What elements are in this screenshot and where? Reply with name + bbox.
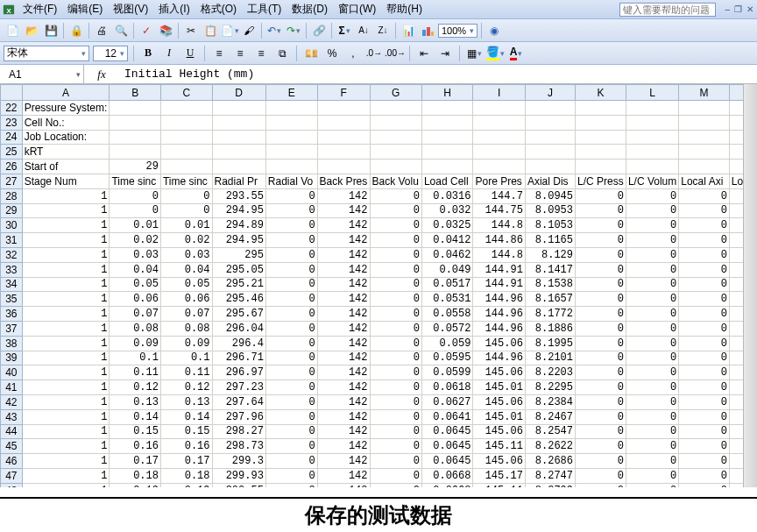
cell[interactable] [212, 101, 265, 116]
cell[interactable] [421, 160, 473, 174]
row-header[interactable]: 31 [1, 233, 23, 248]
cell[interactable] [370, 145, 421, 160]
font-name-combo[interactable]: 宋体▾ [4, 46, 89, 61]
cell[interactable]: 0.0645 [421, 439, 473, 454]
cell[interactable]: 0 [626, 424, 678, 439]
cell[interactable]: 0 [370, 277, 421, 292]
cell[interactable]: 0.07 [110, 307, 161, 322]
cell[interactable]: 0.0316 [421, 188, 473, 203]
cell[interactable]: 142 [317, 277, 370, 292]
cell[interactable]: 0 [576, 203, 626, 218]
paste-icon[interactable]: 📄▾ [221, 22, 238, 39]
cell[interactable]: 1 [22, 277, 110, 292]
cell[interactable]: 0 [576, 439, 626, 454]
cell[interactable]: 0.19 [110, 483, 161, 487]
cell[interactable]: 0 [679, 188, 730, 203]
cell[interactable]: 295.67 [212, 307, 265, 322]
cell[interactable]: 0 [576, 292, 626, 307]
row-header[interactable]: 29 [1, 203, 23, 218]
cell[interactable]: 0 [576, 409, 626, 424]
cell[interactable]: Cell No.: [22, 115, 110, 130]
cell[interactable]: 0 [370, 247, 421, 262]
cell[interactable]: 0 [626, 292, 678, 307]
align-center-icon[interactable]: ≡ [231, 45, 249, 62]
col-header[interactable]: A [22, 85, 110, 101]
menu-window[interactable]: 窗口(W) [333, 2, 381, 17]
cell[interactable]: 144.96 [473, 351, 525, 365]
cell[interactable] [525, 101, 575, 116]
cell[interactable]: 294.95 [212, 203, 265, 218]
cell[interactable]: 0.0558 [421, 307, 473, 322]
cell[interactable] [370, 130, 421, 145]
cell[interactable]: 0 [265, 483, 317, 487]
cell[interactable]: 144.75 [473, 203, 525, 218]
cell[interactable]: Time sinc [160, 174, 212, 188]
cell[interactable]: 0 [265, 277, 317, 292]
cell[interactable]: 0.12 [110, 380, 161, 395]
cell[interactable]: 0 [576, 218, 626, 233]
decrease-decimal-icon[interactable]: .00→ [386, 45, 404, 62]
menu-file[interactable]: 文件(F) [18, 2, 62, 17]
cell[interactable]: 0 [265, 203, 317, 218]
cell[interactable]: 0.08 [160, 321, 212, 336]
cell[interactable]: 0.15 [160, 424, 212, 439]
cell[interactable] [525, 145, 575, 160]
cell[interactable]: 0.14 [160, 409, 212, 424]
permission-icon[interactable]: 🔒 [67, 22, 85, 39]
cell[interactable]: 142 [317, 424, 370, 439]
cell[interactable]: 8.2203 [525, 365, 575, 380]
cell[interactable]: 0 [679, 483, 730, 487]
cell[interactable] [421, 115, 473, 130]
row-header[interactable]: 33 [1, 262, 23, 277]
cell[interactable]: 0 [576, 277, 626, 292]
cell[interactable]: 1 [22, 394, 110, 409]
cell[interactable] [576, 145, 626, 160]
cell[interactable] [679, 145, 730, 160]
cell[interactable] [626, 115, 678, 130]
cell[interactable]: 0 [110, 203, 161, 218]
cell[interactable]: Pressure System: [22, 101, 110, 116]
cell[interactable]: 0.13 [160, 394, 212, 409]
cell[interactable]: 0.02 [110, 233, 161, 248]
cell[interactable]: 0 [626, 188, 678, 203]
cell[interactable]: 294.95 [212, 233, 265, 248]
cell[interactable]: 0.1 [160, 351, 212, 365]
cell[interactable] [473, 160, 525, 174]
cell[interactable]: 0.0595 [421, 351, 473, 365]
cell[interactable]: 0 [626, 380, 678, 395]
cell[interactable]: 0 [576, 380, 626, 395]
cell[interactable]: 8.1995 [525, 336, 575, 351]
cell[interactable]: 8.1053 [525, 218, 575, 233]
cell[interactable]: 0.0627 [421, 394, 473, 409]
cell[interactable] [212, 160, 265, 174]
cell[interactable]: 296.97 [212, 365, 265, 380]
cell[interactable]: 142 [317, 380, 370, 395]
cell[interactable] [317, 145, 370, 160]
cell[interactable]: 0 [265, 321, 317, 336]
col-header[interactable]: L [626, 85, 678, 101]
merge-center-icon[interactable]: ⧉ [273, 45, 291, 62]
cell[interactable]: 0 [626, 394, 678, 409]
cell[interactable] [473, 115, 525, 130]
cell[interactable]: 8.2547 [525, 424, 575, 439]
cell[interactable]: 1 [22, 262, 110, 277]
col-header[interactable]: F [317, 85, 370, 101]
cell[interactable]: 1 [22, 424, 110, 439]
cell[interactable]: 142 [317, 365, 370, 380]
row-header[interactable]: 26 [1, 160, 23, 174]
row-header[interactable]: 41 [1, 380, 23, 395]
cell[interactable]: L/C Press [576, 174, 626, 188]
cell[interactable]: 1 [22, 247, 110, 262]
cell[interactable]: 1 [22, 351, 110, 365]
cell[interactable]: 142 [317, 292, 370, 307]
cell[interactable] [525, 160, 575, 174]
cell[interactable]: 8.2384 [525, 394, 575, 409]
sort-asc-icon[interactable]: A↓ [355, 22, 372, 39]
chart-wizard-icon[interactable]: 📊 [400, 22, 417, 39]
menu-data[interactable]: 数据(D) [287, 2, 333, 17]
cell[interactable]: 145.17 [473, 468, 525, 483]
cell[interactable] [576, 101, 626, 116]
col-header[interactable]: D [212, 85, 265, 101]
zoom-combo[interactable]: 100%▾ [438, 24, 478, 38]
undo-icon[interactable]: ↶▾ [265, 22, 283, 39]
